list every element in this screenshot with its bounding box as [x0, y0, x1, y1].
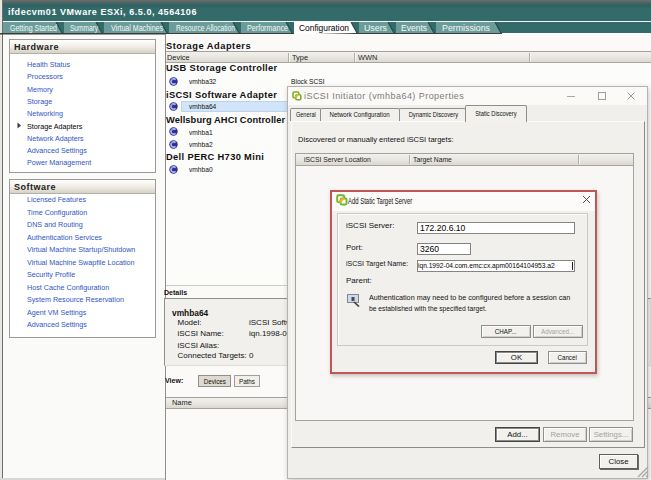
svg-text:Permissions: Permissions — [442, 22, 490, 33]
svg-text:Users: Users — [364, 22, 387, 33]
svg-text:Summary: Summary — [70, 22, 98, 33]
svg-text:Resource Allocation: Resource Allocation — [176, 22, 235, 33]
svg-text:Configuration: Configuration — [299, 22, 349, 33]
svg-text:Virtual Machines: Virtual Machines — [111, 22, 163, 33]
svg-text:Getting Started: Getting Started — [10, 22, 57, 33]
svg-text:Performance: Performance — [247, 22, 288, 33]
svg-text:Events: Events — [401, 22, 427, 33]
